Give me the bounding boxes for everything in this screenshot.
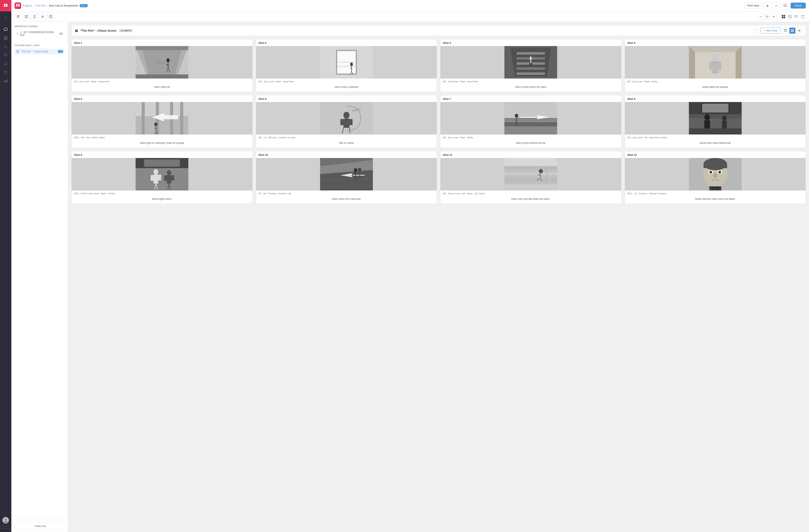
version-badge[interactable]: v2 [80,4,88,7]
shot-7-image [441,102,621,135]
svg-rect-40 [782,15,783,16]
help-btn[interactable] [47,13,54,20]
svg-rect-5 [4,38,5,40]
shot-3-meta: WS · Overhead · Static · Hand Held [441,79,621,84]
grid-view-btn[interactable] [23,13,30,20]
shot-list-item[interactable]: "The Pen" - Chase Scene 12 [15,49,65,54]
view-filmstrip[interactable] [800,14,806,19]
app-logo[interactable] [0,0,11,11]
person-icon[interactable] [2,43,9,50]
shot-5-image [72,102,253,135]
shot-card-6[interactable]: Shot 6 [256,95,437,148]
content-area: IMPORTED SCENES ☰ 1 · INT. CONFERENCE RO… [11,22,809,532]
shot-7-title: Shot 7 [441,95,621,102]
imported-scenes-title: IMPORTED SCENES [15,25,65,28]
storyboard-view-link[interactable] [796,28,802,34]
svg-rect-58 [797,17,798,17]
svg-rect-200 [504,172,557,175]
svg-rect-162 [689,128,741,135]
scene-icon[interactable] [2,60,9,67]
shot-card-3[interactable]: Shot 3 [440,39,621,92]
shot-7-desc: Intern jumps behind the bar [441,140,621,148]
svg-rect-29 [17,17,18,18]
shot-card-1[interactable]: Shot 1 [71,39,253,92]
chat-icon[interactable] [2,26,9,33]
svg-rect-17 [5,80,6,82]
shot-8-artwork [625,102,806,135]
shot-card-11[interactable]: Shot 11 [440,151,621,204]
shot-card-5[interactable]: Shot 5 [71,95,253,148]
shot-3-desc: Intern rushes down the stairs [441,84,621,92]
view-list[interactable] [794,14,799,19]
zoom-in-btn[interactable] [771,14,777,19]
shot-6-title: Shot 6 [256,95,437,102]
shot-card-7[interactable]: Shot 7 [440,95,621,148]
project-link[interactable]: The Pen [35,4,46,7]
storyboard-view-frame[interactable] [782,28,789,34]
svg-point-192 [358,168,361,172]
comment-button[interactable] [781,2,789,9]
select-all-checkbox[interactable] [755,29,758,32]
breadcrumb-sep1: › [33,4,34,7]
svg-rect-123 [180,102,183,135]
svg-rect-76 [136,46,188,50]
icon-bar: Made ByLeanometry [0,0,11,532]
shot-card-4[interactable]: Shot 4 [625,39,806,92]
projects-link[interactable]: Projects [23,4,32,7]
download-button[interactable] [764,2,771,9]
chart-icon[interactable] [2,77,9,84]
more-button[interactable] [773,2,780,9]
svg-point-160 [722,116,727,121]
share-button[interactable]: Share [791,3,806,8]
svg-point-25 [777,5,778,6]
sliders-icon[interactable] [2,69,9,76]
subnav [11,11,809,22]
new-shot-button[interactable]: + New Shot [760,28,780,34]
svg-rect-46 [791,15,792,16]
shot-10-desc: Intern darts off to staircase [256,196,437,204]
svg-rect-168 [154,174,158,184]
shot-card-12[interactable]: Shot 12 [625,151,806,204]
svg-rect-201 [504,178,557,181]
shot-card-8[interactable]: Shot 8 [625,95,806,148]
shot-12-title: Shot 12 [625,151,806,158]
back-icon[interactable] [2,14,9,21]
shot-list-count: 12 [58,50,63,53]
shot-card-2[interactable]: Shot 2 [256,39,437,92]
view-grid-large[interactable] [780,14,786,19]
shot-3-artwork [441,46,621,79]
svg-rect-120 [142,102,145,135]
zoom-fit-btn[interactable] [764,14,770,19]
shot-7-meta: WS · Eye Level · Static · Sticks [441,135,621,140]
settings-btn[interactable] [39,13,46,20]
zoom-out-btn[interactable] [758,14,763,19]
print-view-button[interactable]: Print View [744,2,762,9]
new-list-button[interactable]: + New List [15,522,65,530]
svg-rect-44 [788,15,789,16]
grid-icon[interactable] [2,34,9,42]
svg-rect-56 [795,16,796,17]
svg-point-173 [167,170,171,175]
text-view-btn[interactable] [15,13,22,20]
svg-rect-50 [788,17,789,18]
shot-1-image [72,46,253,79]
svg-point-39 [767,16,768,17]
shot-3-image [441,46,621,79]
user-avatar[interactable] [2,517,9,524]
topbar-logo [15,2,21,9]
view-grid-small[interactable] [787,14,793,19]
scene-item-label: 1 · INT. CONFERENCE ROOM · DAY [20,31,57,36]
list-icon[interactable] [2,52,9,59]
shot-card-9[interactable]: Shot 9 [71,151,253,204]
shot-card-10[interactable]: Shot 10 [256,151,437,204]
current-page: Shot Lists & Storyboards [49,4,78,7]
breadcrumb: Projects › The Pen › Shot Lists & Storyb… [23,4,78,7]
scene-item[interactable]: ☰ 1 · INT. CONFERENCE ROOM · DAY 0 [15,30,65,38]
svg-point-38 [51,17,51,18]
svg-rect-43 [784,17,785,18]
svg-rect-4 [6,36,7,38]
storyboard-view-grid[interactable] [789,28,795,34]
zoom-controls [758,14,777,19]
mobile-view-btn[interactable] [31,13,38,20]
svg-rect-8 [4,54,7,54]
